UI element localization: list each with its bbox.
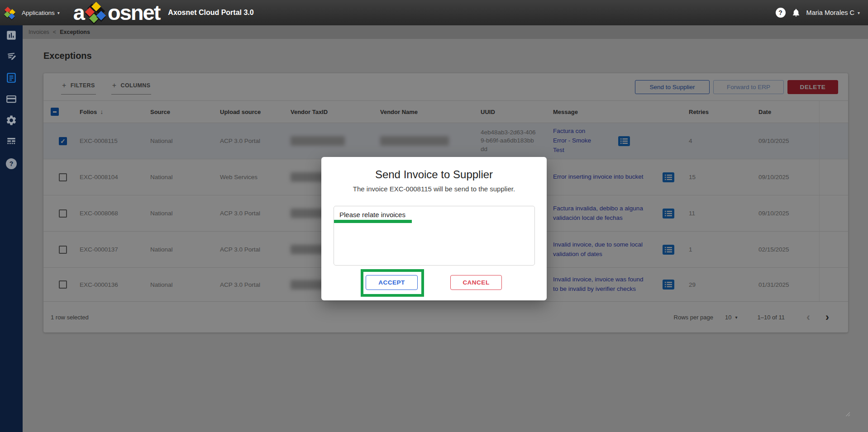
accept-button[interactable]: ACCEPT [366, 275, 418, 290]
app-launcher-icon[interactable] [5, 7, 15, 18]
help-circle-icon: ? [6, 158, 17, 169]
help-icon[interactable]: ? [776, 8, 786, 18]
question-glyph: ? [778, 9, 782, 16]
sidebar-item-settings[interactable] [0, 110, 23, 132]
dialog-title: Send Invoice to Supplier [321, 168, 547, 181]
logo-diamonds-icon [85, 2, 107, 23]
top-bar: Applications ▾ a osnet Axosnet Cloud Por… [0, 0, 868, 25]
dialog-subtitle: The invoice EXC-0008115 will be send to … [321, 185, 547, 193]
logo-letter-a: a [73, 0, 84, 25]
sidebar-item-dashboard[interactable] [0, 25, 23, 47]
sidebar-item-payments[interactable] [0, 89, 23, 110]
portal-title: Axosnet Cloud Portal 3.0 [168, 9, 253, 17]
document-lines-icon [5, 72, 17, 85]
table-rows-icon [5, 136, 17, 149]
user-menu[interactable]: Maria Morales C ▾ [806, 9, 860, 16]
question-glyph: ? [10, 160, 14, 167]
caret-down-icon: ▾ [57, 10, 60, 15]
axosnet-logo[interactable]: a osnet [73, 0, 160, 25]
gear-icon [5, 114, 17, 128]
notifications-bell-icon[interactable] [792, 8, 801, 18]
sidebar-item-batches[interactable] [0, 132, 23, 153]
sidebar-item-capture[interactable] [0, 47, 23, 68]
notes-edit-icon [5, 51, 17, 64]
comment-textarea[interactable]: Please relate invoices [334, 206, 535, 266]
bar-chart-icon [5, 29, 17, 43]
applications-label: Applications [22, 9, 55, 16]
sidebar-item-invoices-active[interactable] [0, 68, 23, 89]
sidebar-nav: ? [0, 25, 23, 432]
send-invoice-dialog: Send Invoice to Supplier The invoice EXC… [321, 157, 547, 300]
credit-card-icon [5, 93, 17, 107]
cancel-button[interactable]: CANCEL [450, 275, 502, 290]
sidebar-item-help[interactable]: ? [0, 153, 23, 174]
app-screen: Applications ▾ a osnet Axosnet Cloud Por… [0, 0, 868, 432]
applications-menu[interactable]: Applications ▾ [22, 9, 60, 16]
user-name: Maria Morales C [806, 9, 854, 16]
logo-letters-osnet: osnet [108, 0, 160, 25]
caret-down-icon: ▾ [858, 10, 860, 15]
